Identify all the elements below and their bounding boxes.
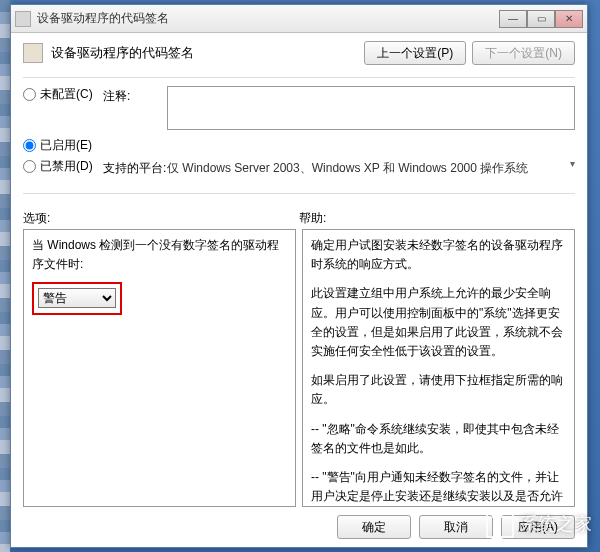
dialog-content: 设备驱动程序的代码签名 上一个设置(P) 下一个设置(N) 未配置(C) 注释:… <box>11 33 587 547</box>
help-p4: -- "忽略"命令系统继续安装，即使其中包含未经签名的文件也是如此。 <box>311 420 566 458</box>
radio-not-configured-input[interactable] <box>23 88 36 101</box>
signing-action-select[interactable]: 警告 <box>38 288 116 308</box>
apply-button[interactable]: 应用(A) <box>501 515 575 539</box>
options-select-highlight: 警告 <box>32 282 122 314</box>
panes: 当 Windows 检测到一个没有数字签名的驱动程序文件时: 警告 确定用户试图… <box>23 229 575 507</box>
window-icon <box>15 11 31 27</box>
close-button[interactable]: ✕ <box>555 10 583 28</box>
maximize-button[interactable]: ▭ <box>527 10 555 28</box>
policy-icon <box>23 43 43 63</box>
minimize-button[interactable]: — <box>499 10 527 28</box>
platform-caret-icon: ▾ <box>570 158 575 169</box>
header-row: 设备驱动程序的代码签名 上一个设置(P) 下一个设置(N) <box>23 41 575 65</box>
policy-title: 设备驱动程序的代码签名 <box>51 44 358 62</box>
window-controls: — ▭ ✕ <box>499 10 583 28</box>
divider <box>23 77 575 78</box>
options-prompt: 当 Windows 检测到一个没有数字签名的驱动程序文件时: <box>32 236 287 274</box>
comment-textarea[interactable] <box>167 86 575 130</box>
help-label: 帮助: <box>299 208 575 229</box>
panes-header: 选项: 帮助: <box>23 208 575 229</box>
dialog-window: 设备驱动程序的代码签名 — ▭ ✕ 设备驱动程序的代码签名 上一个设置(P) 下… <box>10 4 588 548</box>
platform-label: 支持的平台: <box>103 158 167 177</box>
platform-value-text: 仅 Windows Server 2003、Windows XP 和 Windo… <box>167 161 528 175</box>
desktop-background-strip <box>0 0 10 552</box>
radio-enabled-input[interactable] <box>23 139 36 152</box>
cancel-button[interactable]: 取消 <box>419 515 493 539</box>
help-p2: 此设置建立组中用户系统上允许的最少安全响应。用户可以使用控制面板中的"系统"选择… <box>311 284 566 361</box>
radio-not-configured[interactable]: 未配置(C) <box>23 86 103 103</box>
help-p5: -- "警告"向用户通知未经数字签名的文件，并让用户决定是停止安装还是继续安装以… <box>311 468 566 507</box>
help-pane[interactable]: 确定用户试图安装未经数字签名的设备驱动程序时系统的响应方式。 此设置建立组中用户… <box>302 229 575 507</box>
radio-disabled[interactable]: 已禁用(D) <box>23 158 103 175</box>
window-title: 设备驱动程序的代码签名 <box>37 10 499 27</box>
comment-label: 注释: <box>103 86 167 105</box>
radio-enabled-label: 已启用(E) <box>40 137 92 154</box>
radio-disabled-input[interactable] <box>23 160 36 173</box>
divider-2 <box>23 193 575 194</box>
help-p1: 确定用户试图安装未经数字签名的设备驱动程序时系统的响应方式。 <box>311 236 566 274</box>
titlebar[interactable]: 设备驱动程序的代码签名 — ▭ ✕ <box>11 5 587 33</box>
platform-value: 仅 Windows Server 2003、Windows XP 和 Windo… <box>167 158 575 177</box>
radio-not-configured-label: 未配置(C) <box>40 86 93 103</box>
options-pane: 当 Windows 检测到一个没有数字签名的驱动程序文件时: 警告 <box>23 229 296 507</box>
next-setting-button[interactable]: 下一个设置(N) <box>472 41 575 65</box>
footer: 确定 取消 应用(A) <box>23 507 575 539</box>
ok-button[interactable]: 确定 <box>337 515 411 539</box>
options-label: 选项: <box>23 208 299 229</box>
previous-setting-button[interactable]: 上一个设置(P) <box>364 41 466 65</box>
config-area: 未配置(C) 注释: 已启用(E) 已禁用(D) 支持的平台: <box>23 86 575 181</box>
radio-enabled[interactable]: 已启用(E) <box>23 137 103 154</box>
help-p3: 如果启用了此设置，请使用下拉框指定所需的响应。 <box>311 371 566 409</box>
radio-disabled-label: 已禁用(D) <box>40 158 93 175</box>
